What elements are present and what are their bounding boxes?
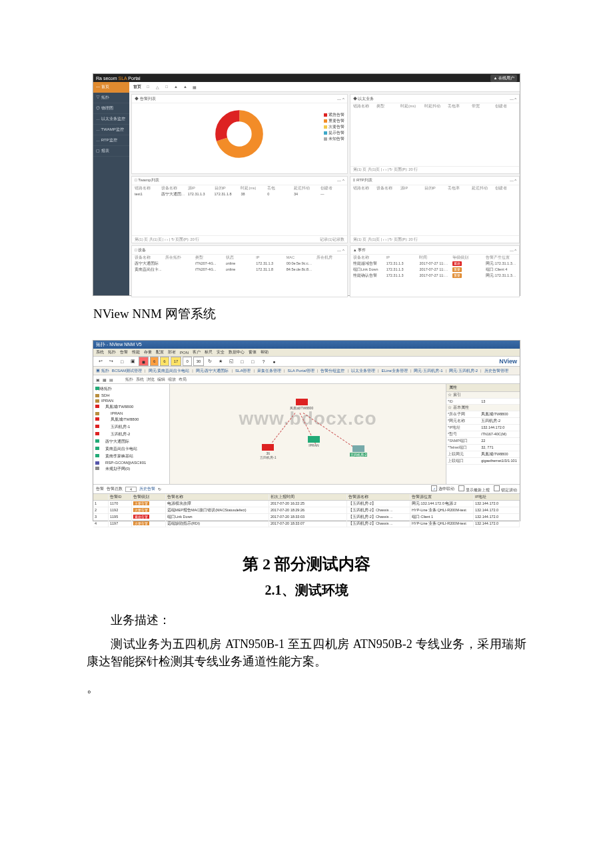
help-icon[interactable]: ? [259, 357, 268, 366]
menu-item[interactable]: 告警 [120, 349, 128, 355]
bc-item[interactable]: 网元:西宁大通国际 [196, 368, 229, 374]
sidebar-item-home[interactable]: — 首页 [93, 82, 129, 93]
menu-item[interactable]: 性能 [132, 349, 140, 355]
sidebar-item-rtp[interactable]: … RTP监控 [93, 135, 129, 146]
stb-btn[interactable]: 编辑 [157, 377, 165, 383]
window-icon[interactable]: □ [237, 357, 247, 366]
filter-critical-chip[interactable]: ◼ [139, 357, 149, 366]
refresh-icon[interactable]: ↻ [205, 357, 215, 366]
filter-warn-chip[interactable]: 17 [171, 357, 182, 366]
menu-item[interactable]: PON [180, 351, 189, 355]
panel-toggle-icon[interactable]: ⋯ ^ [510, 178, 516, 183]
box-icon[interactable]: □ [164, 84, 169, 89]
filter-info-chip[interactable]: 0 [183, 357, 191, 366]
sidebar-item-map[interactable]: ◎ 物理图 [93, 103, 129, 114]
stb-item[interactable]: ▣ [96, 377, 100, 382]
topology-node-right[interactable]: 五四机房-2 [350, 445, 367, 457]
topology-node-mid[interactable]: IPRAN [308, 436, 320, 447]
stb-item[interactable]: ▤ [109, 377, 113, 382]
bc-item[interactable]: 网元:黄南直岗拉卡电站 [149, 368, 190, 374]
topology-node-top[interactable]: 凤凰城ITW8800 [290, 399, 313, 410]
layout-icon[interactable]: ◱ [227, 357, 236, 366]
device-row[interactable]: 黄南直岗拉卡... iTN207-4G... online 172.31.1.8… [132, 267, 347, 273]
alarm-icon[interactable]: △ [155, 84, 160, 89]
cut-icon[interactable]: ▣ [128, 357, 137, 366]
sla-tab-home[interactable]: 首页 [133, 84, 141, 90]
list-icon[interactable]: ▦ [192, 84, 197, 89]
tree-item[interactable]: 西宁大通国际 [95, 438, 168, 445]
star-icon[interactable]: ★ [216, 357, 225, 366]
alarm-row[interactable]: 2 1192 次要告警 远端MEP报告MAC接口错误(MACStatusdefe… [93, 507, 520, 514]
menu-item[interactable]: 帮助 [261, 349, 269, 355]
tree-item[interactable]: 凤凰城ITW8800 [95, 403, 168, 411]
menu-item[interactable]: 系统 [96, 349, 104, 355]
bc-item[interactable]: 采集任务管理 [257, 368, 281, 374]
stb-btn[interactable]: 浏览 [147, 377, 155, 383]
alarm-history-link[interactable]: 历史告警 [139, 487, 155, 491]
users-icon[interactable]: ▲ [183, 84, 188, 89]
bc-item[interactable]: 历史告警管理 [484, 368, 508, 374]
checkbox-icon[interactable] [458, 485, 464, 491]
event-row[interactable]: 性能越域告警 172.31.1.3 2017-07-27 11:34:49 紧急… [350, 261, 519, 267]
sidebar-item-topo[interactable]: ▽ 拓扑 [93, 93, 129, 103]
panel-toggle-icon[interactable]: ⋯ ^ [337, 248, 344, 253]
pager-text[interactable]: 第(1) 页 共(1)页 | ‹ › | ↻ 页面(P): 20 行 [353, 237, 418, 242]
menu-item[interactable]: 拓扑 [108, 349, 116, 355]
tree-item[interactable]: 未规划子网(0) [95, 465, 168, 473]
event-row[interactable]: 端口Link Down 172.31.1.3 2017-07-27 11:34:… [350, 267, 519, 273]
opt-label[interactable]: 选中联动 [438, 487, 454, 491]
tree-item[interactable]: SDH [95, 393, 168, 398]
stb-btn[interactable]: 系统 [136, 377, 144, 383]
bc-item[interactable]: SLA管理 [235, 368, 251, 374]
alarm-row[interactable]: 4 1197 次要告警 远端缺陷指示(RDI) 2017-07-20 18:33… [93, 521, 520, 527]
sidebar-item-report[interactable]: ▢ 报表 [93, 146, 129, 157]
tree-item[interactable]: 凤凰城ITW8800 [95, 416, 168, 423]
tree-item[interactable]: 黄南李家峡基站 [95, 453, 168, 460]
stb-btn[interactable]: 缩放 [168, 377, 176, 383]
tree-item[interactable]: RSP-GCOM@ASCII01 [95, 460, 168, 465]
undo-icon[interactable]: ↩ [96, 357, 105, 366]
alarm-refresh-icon[interactable]: ↻ [158, 487, 161, 491]
stb-item[interactable]: ▦ [103, 377, 107, 382]
topology-node-left[interactable]: 36 五四机房-1 [260, 444, 276, 459]
checkbox-icon[interactable] [494, 485, 500, 491]
event-row[interactable]: 性能确认告警 172.31.1.3 2017-07-27 11:13:43 重要… [350, 273, 519, 279]
bc-item[interactable]: 告警分组监控 [320, 368, 344, 374]
pager-text[interactable]: 第(1) 页 共(1)页 | ‹ › | ↻ 页面(P): 20 行 [135, 237, 199, 242]
checkbox-icon[interactable]: ✓ [431, 485, 437, 491]
tree-item[interactable]: IPRAN [95, 411, 168, 416]
opt-label[interactable]: 锁定滚动 [501, 488, 517, 492]
twamp-row[interactable]: test1 西宁大通国际 172.31.1.3 172.31.1.8 38 0 … [132, 191, 347, 197]
tree-item[interactable]: 五四机房-1 [95, 423, 168, 431]
sidebar-item-twamp[interactable]: … TWAMP监控 [93, 125, 129, 135]
user-icon[interactable]: ▲ [173, 84, 179, 89]
tree-root[interactable]: 网络拓扑 [95, 385, 168, 393]
bc-item[interactable]: SLA Portal管理 [288, 368, 314, 374]
opt-label[interactable]: 显示最新上报 [466, 488, 490, 492]
menu-item[interactable]: 窗体 [249, 349, 257, 355]
menu-item[interactable]: 配置 [156, 349, 164, 355]
filter-minor-chip[interactable]: 6 [160, 357, 169, 366]
alarm-tab[interactable]: 告警 [96, 487, 104, 491]
tree-item[interactable]: 黄南直岗拉卡电站 [95, 445, 168, 453]
rect-icon[interactable]: □ [117, 357, 127, 366]
alarm-row[interactable]: 3 1195 紧急告警 端口Link Down 2017-07-20 18:33… [93, 514, 520, 521]
filter-count-chip[interactable]: 30 [193, 357, 205, 366]
menu-item[interactable]: 标尺 [205, 349, 213, 355]
bc-item[interactable]: 网元:五四机房-2 [449, 368, 478, 374]
menu-item[interactable]: 数据中心 [229, 349, 245, 355]
panel-toggle-icon[interactable]: ⋯ ^ [337, 178, 344, 183]
sla-user-tag[interactable]: ▲ 在线用户 [490, 75, 517, 82]
redo-icon[interactable]: ↪ [107, 357, 116, 366]
bc-item[interactable]: 以太业务管理 [351, 368, 375, 374]
device-row[interactable]: 西宁大通国际 iTN207-4G... online 172.31.1.3 00… [132, 261, 347, 267]
menu-item[interactable]: 安全 [217, 349, 225, 355]
menu-item[interactable]: 存量 [144, 349, 152, 355]
sidebar-item-eth[interactable]: … 以太业务监控 [93, 114, 129, 125]
bc-item[interactable]: ELine业务管理 [382, 368, 408, 374]
filter-major-chip[interactable]: 6 [150, 357, 159, 366]
tile-icon[interactable]: □ [248, 357, 257, 366]
tree-item[interactable]: 五四机房-2 [95, 431, 168, 438]
panel-toggle-icon[interactable]: ⋯ ^ [337, 97, 344, 101]
bc-item[interactable]: BCSAM测试管理 [112, 368, 142, 374]
